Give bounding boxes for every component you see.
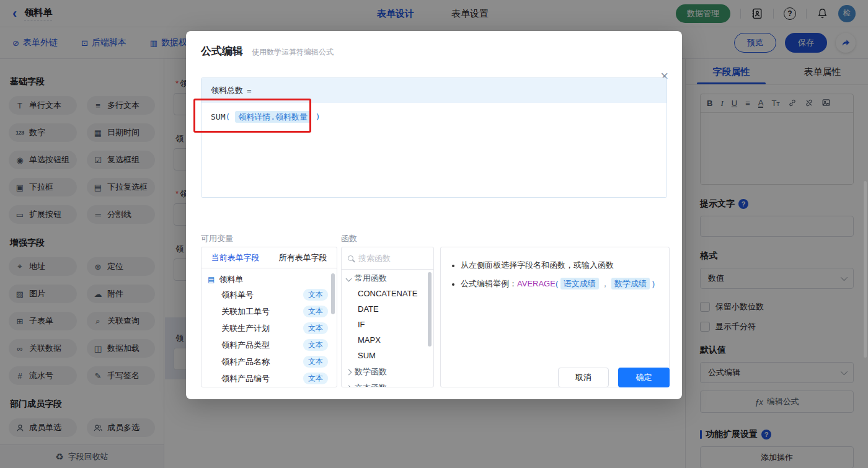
functions-label: 函数 bbox=[341, 233, 357, 244]
tip-line-2: 公式编辑举例：AVERAGE( 语文成绩 ， 数学成绩 ) bbox=[452, 276, 658, 292]
variable-row[interactable]: 领料产品编号 文本 bbox=[202, 370, 337, 387]
formula-field-chip[interactable]: 领料详情.领料数量 bbox=[235, 111, 311, 123]
variable-type-badge: 文本 bbox=[303, 322, 328, 334]
variable-name: 关联加工单号 bbox=[221, 306, 270, 317]
variable-name: 领料单号 bbox=[221, 289, 254, 301]
formula-editable-area[interactable]: SUM( 领料详情.领料数量 ) bbox=[202, 103, 666, 198]
function-list: CONCATENATE DATE IF MAPX SUM bbox=[342, 286, 433, 363]
chevron-down-icon bbox=[346, 275, 352, 281]
variable-type-badge: 文本 bbox=[303, 306, 328, 317]
variable-row[interactable]: 文本 bbox=[202, 387, 337, 387]
example-field-chip: 语文成绩 bbox=[560, 278, 599, 289]
target-field-name: 领料总数 bbox=[211, 85, 243, 96]
variable-type-badge: 文本 bbox=[303, 356, 328, 368]
functions-panel: 搜索函数 常用函数 CONCATENATE DATE IF MAPX SUM 数… bbox=[341, 247, 434, 387]
variable-name: 领料产品编号 bbox=[221, 373, 270, 384]
formula-editor-modal: 公式编辑 使用数学运算符编辑公式 × 领料总数 = SUM( 领料详情.领料数量… bbox=[186, 31, 682, 399]
confirm-button[interactable]: 确定 bbox=[618, 368, 670, 387]
document-icon: ▤ bbox=[208, 275, 215, 284]
variable-name: 领料产品类型 bbox=[221, 340, 270, 351]
tip-line-1: 从左侧面板选择字段名和函数，或输入函数 bbox=[452, 257, 658, 273]
function-item[interactable]: MAPX bbox=[342, 332, 433, 348]
example-field-chip: 数学成绩 bbox=[611, 278, 650, 289]
function-group-math[interactable]: 数学函数 bbox=[342, 363, 433, 379]
variable-type-badge: 文本 bbox=[303, 289, 328, 301]
formula-target-row: 领料总数 = bbox=[202, 78, 666, 103]
tab-all-form-fields[interactable]: 所有表单字段 bbox=[269, 252, 337, 263]
formula-function-name: SUM bbox=[211, 112, 225, 121]
function-search-box[interactable]: 搜索函数 bbox=[342, 247, 433, 270]
equals-sign: = bbox=[247, 86, 252, 95]
variable-row[interactable]: 关联生产计划 文本 bbox=[202, 320, 337, 337]
variables-scrollbar[interactable] bbox=[331, 273, 335, 314]
modal-title: 公式编辑 bbox=[201, 44, 243, 58]
page-scrollbar[interactable] bbox=[864, 181, 867, 358]
variables-list: 领料单号 文本 关联加工单号 文本 关联生产计划 文本 领料产品类型 文本 bbox=[202, 286, 337, 387]
example-function-name: AVERAGE bbox=[517, 279, 556, 288]
variable-row[interactable]: 领料产品类型 文本 bbox=[202, 337, 337, 353]
variable-type-badge: 文本 bbox=[303, 373, 328, 384]
variables-panel: 当前表单字段 所有表单字段 ▤ 领料单 领料单号 文本 关联加工单号 文本 关联… bbox=[201, 247, 337, 387]
tab-current-form-fields[interactable]: 当前表单字段 bbox=[202, 252, 269, 263]
variable-row[interactable]: 领料单号 文本 bbox=[202, 286, 337, 303]
variable-type-badge: 文本 bbox=[303, 339, 328, 351]
chevron-right-icon bbox=[346, 369, 352, 375]
variable-row[interactable]: 关联加工单号 文本 bbox=[202, 303, 337, 320]
chevron-right-icon bbox=[346, 385, 352, 387]
search-placeholder: 搜索函数 bbox=[358, 253, 391, 264]
variable-row[interactable]: 领料产品名称 文本 bbox=[202, 353, 337, 370]
function-item[interactable]: SUM bbox=[342, 348, 433, 363]
function-item[interactable]: DATE bbox=[342, 301, 433, 317]
function-item[interactable]: IF bbox=[342, 317, 433, 332]
variable-name: 领料产品名称 bbox=[221, 356, 270, 368]
variables-root-node[interactable]: ▤ 领料单 bbox=[202, 268, 337, 286]
function-group-text[interactable]: 文本函数 bbox=[342, 379, 433, 387]
search-icon bbox=[348, 255, 353, 261]
formula-input-box: 领料总数 = SUM( 领料详情.领料数量 ) bbox=[201, 77, 667, 198]
cancel-button[interactable]: 取消 bbox=[558, 368, 609, 387]
modal-subtitle: 使用数学运算符编辑公式 bbox=[252, 47, 334, 58]
variable-name: 关联生产计划 bbox=[221, 323, 270, 334]
tips-panel: 从左侧面板选择字段名和函数，或输入函数 公式编辑举例：AVERAGE( 语文成绩… bbox=[440, 247, 670, 387]
variables-label: 可用变量 bbox=[201, 233, 233, 244]
functions-scrollbar[interactable] bbox=[428, 272, 432, 347]
function-item[interactable]: CONCATENATE bbox=[342, 286, 433, 301]
function-group-common[interactable]: 常用函数 bbox=[342, 270, 433, 286]
